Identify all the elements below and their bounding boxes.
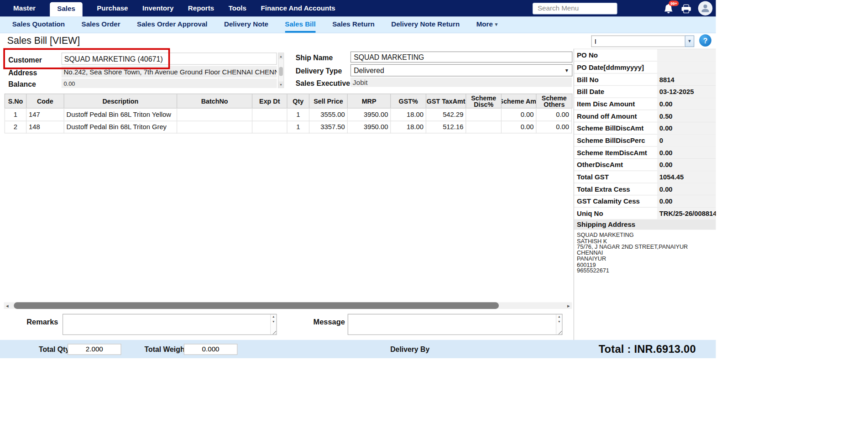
items-table-body: 1147Dustoff Pedal Bin 68L Triton Yellow1… — [5, 109, 573, 134]
scroll-thumb[interactable] — [279, 67, 282, 76]
quick-nav-dropdown-button[interactable]: ▼ — [685, 36, 695, 47]
address-label: Address — [8, 68, 37, 77]
total-weight-input[interactable] — [184, 344, 238, 355]
subnav-item-sales-quotation[interactable]: Sales Quotation — [12, 16, 65, 32]
summary-label-bill-no: Bill No — [574, 73, 657, 85]
subnav-item-sales-return[interactable]: Sales Return — [332, 16, 375, 32]
summary-value-item-disc-amount: 0.00 — [657, 98, 716, 110]
cell-s-no: 1 — [5, 109, 26, 121]
shipping-address-title: Shipping Address — [574, 220, 716, 230]
summary-label-total-gst: Total GST — [574, 171, 657, 183]
cell-scheme-disc — [466, 109, 502, 121]
column-header-scheme-others: Scheme Others — [536, 94, 572, 108]
nav-item-finance-and-accounts[interactable]: Finance And Accounts — [261, 5, 335, 12]
summary-label-total-extra-cess: Total Extra Cess — [574, 183, 657, 195]
scroll-left-button[interactable]: ◀ — [4, 302, 10, 309]
nav-item-tools[interactable]: Tools — [229, 5, 246, 12]
subnav-item-delivery-note[interactable]: Delivery Note — [224, 16, 268, 32]
column-header-qty: Qty — [288, 94, 310, 108]
column-header-batchno: BatchNo — [177, 94, 252, 108]
cell-qty: 1 — [288, 121, 310, 133]
summary-value-scheme-itemdiscamt: 0.00 — [657, 146, 716, 158]
summary-label-po-no: PO No — [574, 49, 657, 61]
nav-item-master[interactable]: Master — [13, 5, 36, 12]
cell-batchno — [177, 121, 252, 133]
subnav-item-sales-order-approval[interactable]: Sales Order Approval — [137, 16, 208, 32]
subnav-item-sales-order[interactable]: Sales Order — [82, 16, 120, 32]
scroll-down-button[interactable]: ▼ — [272, 319, 275, 324]
nav-item-purchase[interactable]: Purchase — [97, 5, 128, 12]
nav-item-reports[interactable]: Reports — [188, 5, 214, 12]
chevron-down-icon: ▼ — [687, 39, 691, 44]
cell-exp-dt — [252, 109, 287, 121]
quick-nav-input[interactable] — [591, 36, 685, 47]
remarks-textarea-wrap: ▲ ▼ — [63, 314, 277, 335]
column-header-code: Code — [26, 94, 64, 108]
message-textarea[interactable] — [348, 314, 556, 335]
subnav-item-delivery-note-return[interactable]: Delivery Note Return — [391, 16, 460, 32]
summary-value-gst-calamity-cess: 0.00 — [657, 195, 716, 207]
column-header-scheme-amt: Scheme Amt — [502, 94, 536, 108]
shipping-address-line: 9655522671 — [577, 267, 714, 273]
remarks-label: Remarks — [26, 318, 58, 326]
summary-rows: PO NoPO Date[ddmmyyyy]Bill No8814Bill Da… — [574, 49, 716, 220]
notifications-button[interactable]: 99+ — [663, 3, 674, 14]
summary-row: OtherDiscAmt0.00 — [574, 159, 716, 171]
message-label: Message — [314, 318, 345, 326]
subnav-item-more[interactable]: More▾ — [476, 16, 498, 32]
scroll-up-button[interactable]: ▲ — [278, 53, 283, 59]
person-icon — [701, 3, 711, 13]
summary-label-round-off-amount: Round off Amount — [574, 110, 657, 121]
customer-input[interactable] — [62, 52, 277, 65]
summary-value-uniq-no: TRK/25-26/008814 — [657, 208, 716, 219]
total-qty-input[interactable] — [68, 344, 121, 355]
nav-item-inventory[interactable]: Inventory — [142, 5, 173, 12]
avatar[interactable] — [698, 1, 713, 16]
summary-row: PO Date[ddmmyyyy] — [574, 62, 716, 74]
scroll-up-button[interactable]: ▲ — [272, 314, 275, 319]
cell-scheme-disc — [466, 121, 502, 133]
column-header-scheme-disc: Scheme Disc% — [466, 94, 502, 108]
navbar-right: 99+ — [533, 1, 716, 16]
summary-value-bill-no: 8814 — [657, 73, 716, 85]
summary-label-scheme-billdiscamt: Scheme BillDiscAmt — [574, 122, 657, 134]
print-button[interactable] — [680, 3, 691, 14]
search-input[interactable] — [533, 2, 617, 14]
footer-bar: Total Qty Total Weight Delivery By Total… — [0, 340, 716, 358]
column-header-description: Description — [64, 94, 177, 108]
cell-s-no: 2 — [5, 121, 26, 133]
subnav-item-sales-bill[interactable]: Sales Bill — [285, 16, 315, 32]
scroll-right-button[interactable]: ▶ — [565, 302, 572, 309]
delivery-type-select[interactable]: Delivered ▼ — [350, 64, 572, 77]
navbar-items: MasterSalesPurchaseInventoryReportsTools… — [0, 0, 335, 16]
summary-row: Total Extra Cess0.00 — [574, 183, 716, 196]
summary-row: PO No — [574, 49, 716, 62]
form-scrollbar: ▲ ▼ — [278, 52, 284, 88]
summary-value-bill-date: 03-12-2025 — [657, 86, 716, 97]
summary-label-otherdiscamt: OtherDiscAmt — [574, 159, 657, 170]
message-textarea-wrap: ▲ ▼ — [348, 314, 563, 335]
nav-item-sales[interactable]: Sales — [50, 2, 83, 17]
summary-value-total-extra-cess: 0.00 — [657, 183, 716, 195]
summary-label-uniq-no: Uniq No — [574, 208, 657, 219]
cell-description: Dustoff Pedal Bin 68L Triton Yellow — [64, 109, 177, 121]
ship-name-input[interactable] — [350, 52, 572, 63]
delivery-type-label: Delivery Type — [296, 67, 342, 75]
remarks-textarea[interactable] — [63, 314, 270, 335]
summary-row: Scheme ItemDiscAmt0.00 — [574, 146, 716, 159]
cell-batchno — [177, 109, 252, 121]
scroll-down-button[interactable]: ▼ — [558, 319, 561, 324]
items-table-header: S.NoCodeDescriptionBatchNoExp DtQtySell … — [5, 94, 573, 109]
help-button[interactable]: ? — [699, 34, 711, 47]
summary-label-bill-date: Bill Date — [574, 86, 657, 97]
scroll-down-button[interactable]: ▼ — [278, 81, 283, 87]
notification-badge: 99+ — [669, 0, 679, 6]
cell-code: 147 — [26, 109, 64, 121]
balance-field: 0.00 — [62, 78, 277, 88]
table-row[interactable]: 2148Dustoff Pedal Bin 68L Triton Grey133… — [5, 121, 573, 133]
table-row[interactable]: 1147Dustoff Pedal Bin 68L Triton Yellow1… — [5, 109, 573, 121]
page-title: Sales Bill [VIEW] — [7, 35, 80, 46]
summary-label-scheme-billdiscperc: Scheme BillDiscPerc — [574, 135, 657, 146]
scroll-up-button[interactable]: ▲ — [558, 314, 561, 319]
h-scroll-thumb[interactable] — [14, 302, 499, 309]
